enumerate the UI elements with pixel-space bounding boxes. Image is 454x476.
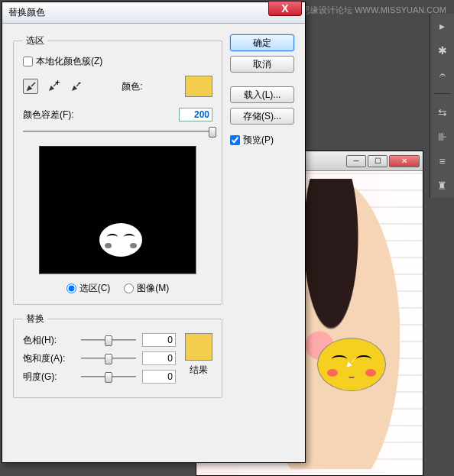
doc-maximize-button[interactable]: ☐ xyxy=(368,155,388,167)
fuzziness-slider[interactable] xyxy=(23,125,212,138)
dialog-title: 替换颜色 xyxy=(2,6,45,19)
save-button[interactable]: 存储(S)... xyxy=(230,108,294,125)
eyedropper-cursor-icon xyxy=(345,356,358,368)
selection-fieldset: 选区 本地化颜色簇(Z) + - 颜色: xyxy=(13,34,222,305)
eyedropper-tool[interactable] xyxy=(23,79,38,94)
doc-close-button[interactable]: ✕ xyxy=(389,155,420,167)
result-swatch[interactable] xyxy=(185,333,212,361)
watermark-top: 思缘设计论坛 WWW.MISSYUAN.COM xyxy=(302,5,446,16)
dialog-close-button[interactable]: X xyxy=(268,1,302,16)
eyedropper-add-tool[interactable]: + xyxy=(46,79,61,94)
hue-slider[interactable] xyxy=(81,333,136,347)
localized-clusters-checkbox[interactable] xyxy=(23,57,33,66)
replace-legend: 替换 xyxy=(23,312,47,325)
color-swatch[interactable] xyxy=(185,76,212,97)
lightness-input[interactable] xyxy=(142,370,176,384)
radio-image[interactable]: 图像(M) xyxy=(124,282,169,295)
tool-swap[interactable]: ⇆ xyxy=(435,105,450,120)
tool-pointer[interactable]: ▸ xyxy=(435,18,450,34)
cancel-button[interactable]: 取消 xyxy=(230,56,294,73)
lightness-slider[interactable] xyxy=(81,370,136,384)
fuzziness-label: 颜色容差(F): xyxy=(23,108,74,121)
svg-text:+: + xyxy=(55,80,60,88)
tool-align[interactable]: ⊪ xyxy=(435,129,450,144)
hue-label: 色相(H): xyxy=(23,334,75,347)
svg-text:-: - xyxy=(78,80,81,88)
tool-gear[interactable]: ✱ xyxy=(435,43,450,58)
preview-checkbox[interactable] xyxy=(230,135,240,145)
preview-label: 预览(P) xyxy=(243,134,274,147)
result-label: 结果 xyxy=(190,364,208,377)
selection-preview[interactable] xyxy=(39,146,196,274)
ps-toolbar: ▸ ✱ 𝄐 ⇆ ⊪ ≡ ♜ xyxy=(430,14,454,198)
selection-legend: 选区 xyxy=(23,34,47,47)
radio-selection[interactable]: 选区(C) xyxy=(66,282,111,295)
color-label: 颜色: xyxy=(122,80,142,93)
replace-color-dialog: 替换颜色 X 选区 本地化颜色簇(Z) + - xyxy=(2,2,306,463)
saturation-slider[interactable] xyxy=(81,351,136,365)
tool-brush[interactable]: 𝄐 xyxy=(435,67,450,83)
tool-text[interactable]: ≡ xyxy=(435,154,450,169)
ok-button[interactable]: 确定 xyxy=(230,34,294,51)
doc-minimize-button[interactable]: ─ xyxy=(346,155,366,167)
saturation-label: 饱和度(A): xyxy=(23,352,75,365)
saturation-input[interactable] xyxy=(142,351,176,365)
localized-clusters-label: 本地化颜色簇(Z) xyxy=(36,55,102,68)
dialog-titlebar[interactable]: 替换颜色 X xyxy=(2,2,305,24)
lightness-label: 明度(G): xyxy=(23,371,75,384)
hue-input[interactable] xyxy=(142,333,176,347)
load-button[interactable]: 载入(L)... xyxy=(230,86,294,103)
fuzziness-input[interactable] xyxy=(179,108,212,121)
tool-stamp[interactable]: ♜ xyxy=(435,178,450,193)
replace-fieldset: 替换 色相(H): 饱和度(A): xyxy=(13,312,222,398)
eyedropper-subtract-tool[interactable]: - xyxy=(69,79,84,94)
